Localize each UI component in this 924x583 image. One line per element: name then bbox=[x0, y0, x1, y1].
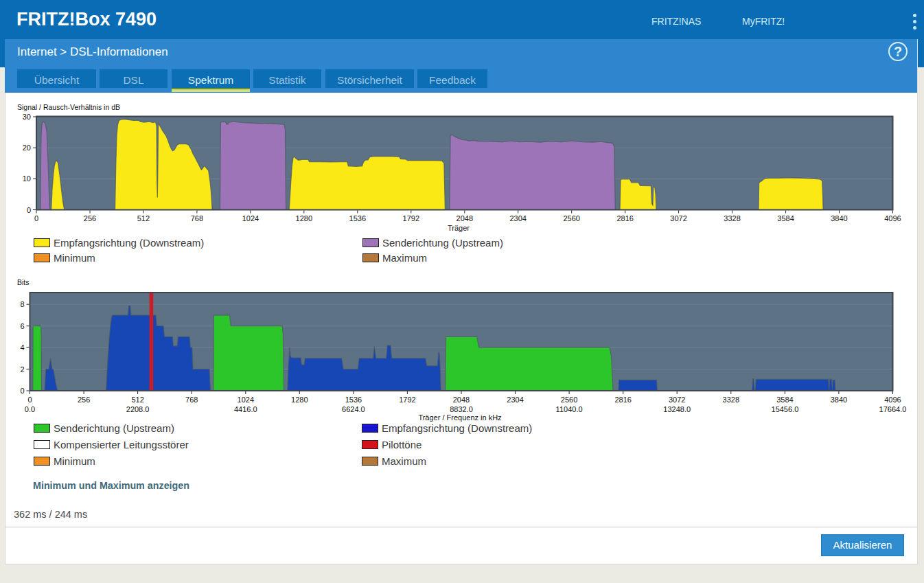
svg-text:15456.0: 15456.0 bbox=[772, 405, 799, 413]
svg-text:1536: 1536 bbox=[345, 396, 362, 404]
svg-text:0: 0 bbox=[27, 396, 32, 404]
svg-text:6: 6 bbox=[20, 322, 24, 330]
svg-text:6624.0: 6624.0 bbox=[342, 405, 365, 413]
svg-text:1280: 1280 bbox=[291, 396, 308, 404]
svg-text:2048: 2048 bbox=[453, 396, 470, 404]
svg-text:256: 256 bbox=[78, 396, 90, 404]
svg-text:3072: 3072 bbox=[669, 396, 685, 404]
svg-text:13248.0: 13248.0 bbox=[663, 405, 691, 413]
svg-text:Träger / Frequenz in kHz: Träger / Frequenz in kHz bbox=[418, 413, 501, 422]
svg-text:Bits: Bits bbox=[17, 278, 30, 286]
svg-text:2304: 2304 bbox=[507, 396, 523, 404]
svg-text:512: 512 bbox=[131, 396, 143, 404]
svg-text:0: 0 bbox=[20, 387, 24, 395]
svg-text:2816: 2816 bbox=[614, 396, 631, 404]
svg-text:4: 4 bbox=[20, 343, 24, 352]
svg-text:2208.0: 2208.0 bbox=[126, 405, 150, 413]
svg-text:2560: 2560 bbox=[561, 396, 577, 404]
svg-text:4416.0: 4416.0 bbox=[234, 405, 257, 413]
svg-text:2: 2 bbox=[20, 365, 24, 374]
svg-text:4096: 4096 bbox=[884, 396, 901, 404]
svg-text:1024: 1024 bbox=[238, 396, 254, 404]
svg-text:3328: 3328 bbox=[723, 396, 739, 404]
svg-text:17664.0: 17664.0 bbox=[879, 405, 907, 413]
svg-text:3840: 3840 bbox=[831, 396, 847, 404]
svg-text:0.0: 0.0 bbox=[25, 405, 35, 413]
svg-text:11040.0: 11040.0 bbox=[556, 405, 583, 413]
svg-text:3584: 3584 bbox=[776, 396, 793, 404]
svg-text:8832.0: 8832.0 bbox=[450, 405, 473, 413]
svg-text:8: 8 bbox=[20, 300, 24, 308]
svg-text:768: 768 bbox=[185, 396, 198, 404]
svg-text:1792: 1792 bbox=[399, 396, 415, 404]
